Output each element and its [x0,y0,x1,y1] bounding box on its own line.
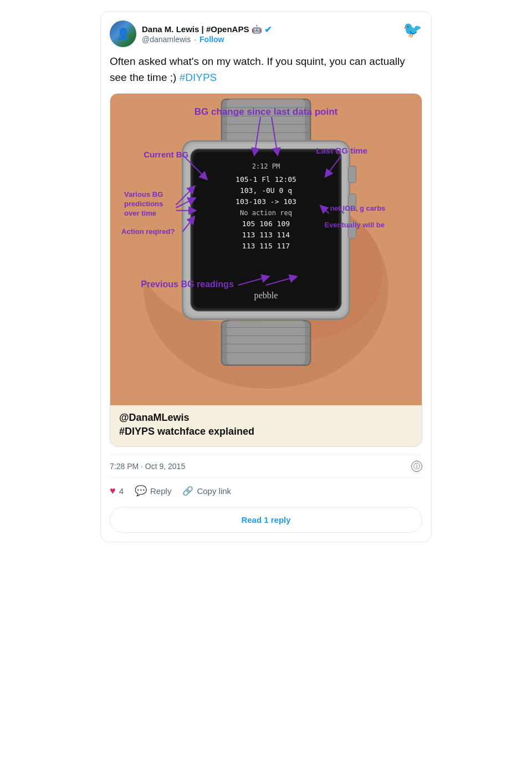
caption-line2: #DIYPS watchface explained [119,425,413,439]
svg-text:2:12 PM: 2:12 PM [252,162,280,170]
svg-text:Previous BG readings: Previous BG readings [141,279,234,289]
svg-text:105-1 Fl 12:05: 105-1 Fl 12:05 [236,175,296,184]
verified-icon: ✔ [264,24,272,35]
watch-image-container: 2:12 PM 105-1 Fl 12:05 103, -0U 0 q 103-… [110,94,422,405]
reply-label: Reply [150,486,171,496]
avatar-image: 👤 [110,21,136,47]
tweet-meta: 7:28 PM · Oct 9, 2015 ⓘ [110,455,422,477]
image-caption: @DanaMLewis #DIYPS watchface explained [110,405,422,446]
svg-text:Various BG: Various BG [124,190,163,198]
svg-text:Eventually will be: Eventually will be [324,221,385,229]
tweet-card: 👤 Dana M. Lewis | #OpenAPS 🤖 ✔ @danamlew… [100,11,432,542]
svg-text:Last BG time: Last BG time [316,146,367,155]
reply-icon: 💬 [135,485,147,497]
svg-text:Action reqired?: Action reqired? [121,227,175,236]
svg-text:No action req: No action req [240,209,292,217]
dot-separator: · [194,35,196,44]
avatar[interactable]: 👤 [110,21,136,47]
copy-link-label: Copy link [197,486,231,496]
copy-link-button[interactable]: 🔗 Copy link [182,486,231,496]
tweet-header: 👤 Dana M. Lewis | #OpenAPS 🤖 ✔ @danamlew… [110,21,422,47]
svg-rect-23 [349,166,356,182]
twitter-logo-icon: 🐦 [403,21,422,39]
svg-text:113 113 114: 113 113 114 [242,231,290,239]
watch-image-inner: 2:12 PM 105-1 Fl 12:05 103, -0U 0 q 103-… [110,94,422,405]
svg-text:predictions: predictions [124,200,163,208]
follow-button[interactable]: Follow [200,35,224,44]
svg-text:over time: over time [124,209,156,217]
username: @danamlewis [142,35,191,44]
svg-text:113 115 117: 113 115 117 [242,242,290,250]
svg-text:pebble: pebble [254,291,278,301]
svg-text:103, -0U 0 q: 103, -0U 0 q [240,186,292,195]
svg-text:103-103 -> 103: 103-103 -> 103 [236,197,296,206]
tweet-header-left: 👤 Dana M. Lewis | #OpenAPS 🤖 ✔ @danamlew… [110,21,272,47]
read-replies-button[interactable]: Read 1 reply [110,507,422,533]
like-button[interactable]: ♥ 4 [110,485,124,497]
svg-rect-5 [227,99,305,142]
svg-text:BG change since last data poin: BG change since last data point [195,106,338,117]
tweet-actions: ♥ 4 💬 Reply 🔗 Copy link [110,477,422,503]
reply-button[interactable]: 💬 Reply [135,485,171,497]
tweet-body-text: Often asked what's on my watch. If you s… [110,55,405,83]
svg-text:105 106 109: 105 106 109 [242,220,290,228]
caption-line1: @DanaMLewis [119,411,413,425]
display-name: Dana M. Lewis | #OpenAPS 🤖 ✔ [142,24,272,35]
info-icon[interactable]: ⓘ [411,461,422,472]
username-row: @danamlewis · Follow [142,35,272,44]
display-name-text: Dana M. Lewis | #OpenAPS 🤖 [142,24,262,34]
heart-icon: ♥ [110,485,116,497]
tweet-hashtag[interactable]: #DIYPS [180,72,217,83]
user-info: Dana M. Lewis | #OpenAPS 🤖 ✔ @danamlewis… [142,24,272,44]
like-count: 4 [119,486,124,496]
svg-text:Current BG: Current BG [144,150,188,159]
tweet-timestamp: 7:28 PM · Oct 9, 2015 [110,462,185,471]
tweet-image[interactable]: 2:12 PM 105-1 Fl 12:05 103, -0U 0 q 103-… [110,93,422,447]
tweet-text: Often asked what's on my watch. If you s… [110,54,422,85]
link-icon: 🔗 [182,486,193,496]
watch-svg: 2:12 PM 105-1 Fl 12:05 103, -0U 0 q 103-… [110,94,422,405]
